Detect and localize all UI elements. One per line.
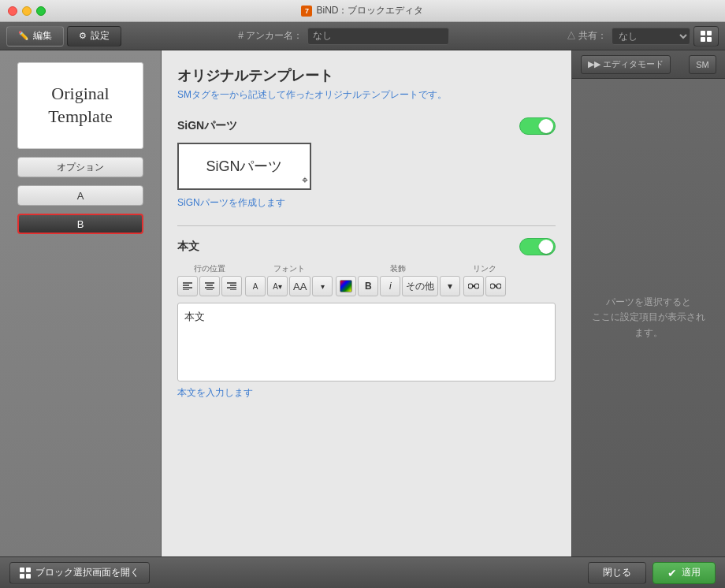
svg-point-19 <box>490 284 495 288</box>
unlink-btn[interactable] <box>485 276 506 296</box>
row-position-group: 行の位置 <box>177 263 242 296</box>
top-toolbar: ✏️ 編集 ⚙ 設定 # アンカー名： △ 共有： なし <box>0 22 725 50</box>
font-size-small-btn[interactable]: A <box>245 276 266 296</box>
svg-rect-22 <box>20 568 24 572</box>
font-size-dropdown-btn[interactable]: A▾ <box>267 276 288 296</box>
window-title: 7 BiND：ブロックエディタ <box>301 4 423 17</box>
checkmark-icon: ✔ <box>667 567 677 579</box>
font-size-large-btn[interactable]: AA <box>289 276 310 296</box>
row-position-label: 行の位置 <box>177 263 242 274</box>
title-text: BiND：ブロックエディタ <box>316 4 423 17</box>
align-center-btn[interactable] <box>199 276 220 296</box>
open-block-button[interactable]: ブロック選択画面を開く <box>9 562 150 584</box>
edit-button[interactable]: ✏️ 編集 <box>6 26 64 47</box>
row-position-btns <box>177 276 242 296</box>
bottom-bar: ブロック選択画面を開く 閉じる ✔ 適用 <box>0 556 725 588</box>
other-dropdown-btn[interactable]: ▾ <box>440 276 460 296</box>
share-area: △ 共有： なし <box>567 28 690 45</box>
window-controls <box>8 6 46 16</box>
sign-toggle[interactable]: ON <box>519 117 556 135</box>
font-size-large-dropdown-btn[interactable]: ▾ <box>312 276 333 296</box>
grid-icon-button[interactable] <box>693 26 719 47</box>
sign-link[interactable]: SiGNパーツを作成します <box>177 196 556 210</box>
panel-subtitle: SMタグを一から記述して作ったオリジナルテンプレートです。 <box>177 88 556 102</box>
font-btns: A A▾ AA ▾ <box>245 276 333 296</box>
tab-a-button[interactable]: A <box>17 185 143 206</box>
text-area[interactable]: 本文 <box>177 303 556 381</box>
anchor-area: # アンカー名： <box>125 28 563 45</box>
link-group: リンク <box>463 263 506 296</box>
text-section-title: 本文 <box>177 240 199 254</box>
title-bar: 7 BiND：ブロックエディタ <box>0 0 725 22</box>
other-decoration-btn[interactable]: その他 <box>402 276 438 296</box>
sign-toggle-knob <box>539 119 553 133</box>
svg-rect-1 <box>707 31 712 35</box>
template-preview-text: Original Template <box>48 83 113 128</box>
sign-section: SiGNパーツ ON SiGNパーツ ⌖ SiGNパーツを作成します <box>177 117 556 210</box>
sign-part-preview: SiGNパーツ ⌖ <box>177 143 311 190</box>
text-link[interactable]: 本文を入力します <box>177 386 556 400</box>
svg-rect-24 <box>20 574 24 579</box>
decoration-group: 装飾 B i その他 ▾ <box>336 263 460 296</box>
maximize-window-btn[interactable] <box>36 6 46 16</box>
svg-point-20 <box>496 284 501 288</box>
right-info: パーツを選択すると ここに設定項目が表示されます。 <box>572 79 725 556</box>
share-label: △ 共有： <box>567 29 607 43</box>
decoration-label: 装飾 <box>336 263 460 274</box>
align-right-btn[interactable] <box>221 276 242 296</box>
text-section-header: 本文 ON <box>177 238 556 255</box>
color-swatch <box>340 280 352 292</box>
tab-b-button[interactable]: B <box>17 214 143 234</box>
link-btn[interactable] <box>463 276 484 296</box>
left-sidebar: Original Template オプション A B <box>0 50 162 556</box>
svg-rect-23 <box>26 568 31 572</box>
svg-rect-0 <box>701 31 705 35</box>
text-toggle[interactable]: ON <box>519 238 556 255</box>
svg-rect-25 <box>26 574 31 579</box>
link-btns <box>463 276 506 296</box>
link-label: リンク <box>463 263 506 274</box>
settings-button[interactable]: ⚙ 設定 <box>67 26 121 47</box>
sign-section-title: SiGNパーツ <box>177 119 237 133</box>
option-button[interactable]: オプション <box>17 157 143 177</box>
panel-title: オリジナルテンプレート <box>177 66 556 85</box>
italic-btn[interactable]: i <box>380 276 400 296</box>
bold-btn[interactable]: B <box>358 276 378 296</box>
font-group: フォント A A▾ AA ▾ <box>245 263 333 296</box>
anchor-input[interactable] <box>307 28 449 45</box>
sign-section-header: SiGNパーツ ON <box>177 117 556 135</box>
sign-corner-icon: ⌖ <box>302 173 308 187</box>
sign-preview-text: SiGNパーツ <box>206 157 282 176</box>
svg-rect-3 <box>707 37 712 42</box>
close-button[interactable]: 閉じる <box>588 562 646 584</box>
editor-mode-icon: ▶▶ <box>588 59 600 69</box>
sm-button[interactable]: SM <box>689 55 716 74</box>
text-section: 本文 ON 行の位置 <box>177 238 556 400</box>
minimize-window-btn[interactable] <box>22 6 32 16</box>
svg-rect-2 <box>701 37 705 42</box>
editor-mode-button[interactable]: ▶▶ エディタモード <box>581 55 671 74</box>
divider <box>177 225 556 226</box>
apply-button[interactable]: ✔ 適用 <box>652 562 716 584</box>
anchor-label: # アンカー名： <box>238 29 303 43</box>
share-select[interactable]: なし <box>612 28 690 45</box>
bottom-right-buttons: 閉じる ✔ 適用 <box>588 562 716 584</box>
text-toolbar: 行の位置 フォント <box>177 263 556 296</box>
center-panel: オリジナルテンプレート SMタグを一から記述して作ったオリジナルテンプレートです… <box>162 50 571 556</box>
right-sidebar: ▶▶ エディタモード SM パーツを選択すると ここに設定項目が表示されます。 <box>571 50 725 556</box>
right-top-bar: ▶▶ エディタモード SM <box>572 50 725 79</box>
font-label: フォント <box>245 263 333 274</box>
decoration-btns: B i その他 ▾ <box>336 276 460 296</box>
main-layout: Original Template オプション A B オリジナルテンプレート … <box>0 50 725 556</box>
text-toggle-knob <box>539 240 553 254</box>
close-window-btn[interactable] <box>8 6 17 16</box>
template-preview: Original Template <box>17 62 143 149</box>
app-icon: 7 <box>301 6 312 17</box>
align-left-btn[interactable] <box>177 276 198 296</box>
color-btn[interactable] <box>336 276 356 296</box>
